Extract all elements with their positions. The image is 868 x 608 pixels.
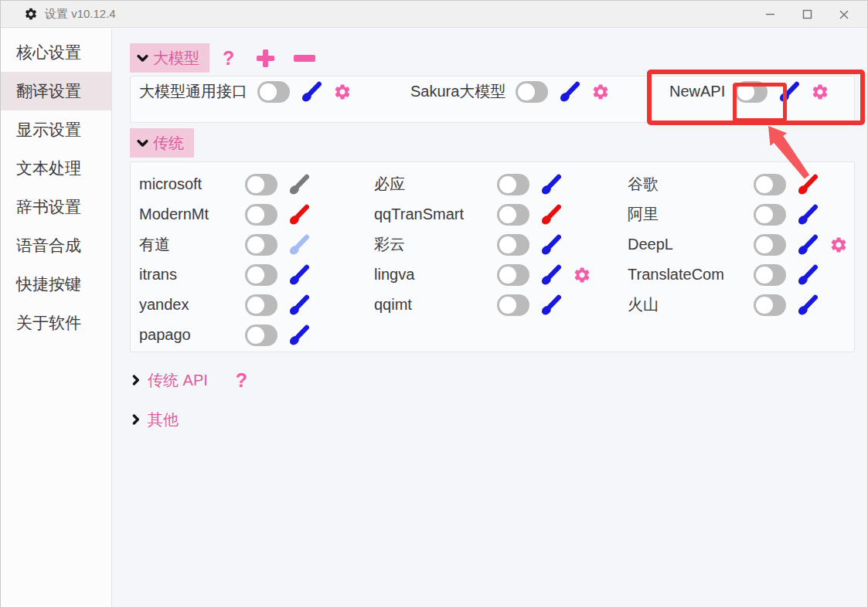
service-row: qqTranSmart [374, 199, 591, 229]
service-row: NewAPI [669, 76, 829, 107]
service-label: 彩云 [374, 234, 487, 255]
sidebar-item[interactable]: 辞书设置 [1, 188, 111, 226]
brush-icon[interactable] [540, 294, 563, 317]
service-toggle[interactable] [497, 174, 529, 195]
sidebar-item[interactable]: 关于软件 [1, 304, 111, 342]
maximize-button[interactable] [788, 1, 825, 28]
service-toggle[interactable] [497, 204, 529, 226]
sidebar-item-label: 快捷按键 [16, 273, 81, 295]
service-toggle[interactable] [516, 81, 548, 103]
other-section-header[interactable]: 其他 [130, 409, 867, 430]
window-title: 设置 v10.12.4 [45, 7, 116, 22]
close-button[interactable] [825, 1, 863, 28]
brush-icon[interactable] [540, 203, 563, 226]
maximize-icon [802, 9, 812, 19]
service-row: papago [139, 320, 311, 350]
llm-section-title: 大模型 [153, 48, 199, 69]
toggle-knob [499, 297, 516, 314]
plus-icon[interactable] [256, 49, 275, 68]
toggle-knob [247, 236, 264, 253]
service-row: DeepL [628, 229, 848, 260]
traditional-api-section-header[interactable]: 传统 API ? [130, 370, 867, 390]
service-toggle[interactable] [754, 174, 786, 195]
sidebar-item[interactable]: 显示设置 [1, 110, 111, 149]
service-label: itrans [139, 266, 235, 284]
settings-window: 设置 v10.12.4 核心设置 翻译设置 显示设置 文本处理 辞书设置 语音合… [0, 0, 868, 608]
sidebar-item[interactable]: 快捷按键 [1, 265, 111, 304]
brush-icon[interactable] [540, 263, 563, 287]
chevron-down-icon [136, 137, 149, 150]
toggle-knob [499, 176, 516, 193]
service-toggle[interactable] [754, 234, 786, 256]
traditional-services-panel: microsoft ModernMt 有道 itrans yandex papa… [130, 161, 855, 352]
service-label: ModernMt [139, 205, 235, 223]
traditional-section-header-row: 传统 [130, 128, 867, 158]
brush-icon[interactable] [796, 294, 819, 317]
brush-icon[interactable] [300, 80, 323, 104]
service-toggle[interactable] [257, 81, 290, 103]
brush-icon[interactable] [288, 294, 311, 317]
traditional-section-header[interactable]: 传统 [130, 128, 194, 158]
brush-icon[interactable] [796, 203, 819, 226]
service-label: yandex [139, 296, 235, 314]
brush-icon[interactable] [288, 324, 311, 347]
service-row: yandex [139, 290, 311, 320]
brush-icon[interactable] [288, 263, 311, 287]
service-row: 大模型通用接口 [139, 76, 352, 107]
minimize-icon [765, 9, 775, 19]
sidebar-item[interactable]: 文本处理 [1, 149, 111, 188]
service-toggle[interactable] [245, 174, 277, 195]
service-toggle[interactable] [497, 264, 529, 286]
gear-icon[interactable] [591, 83, 610, 101]
service-label: qqTranSmart [374, 205, 487, 223]
toggle-knob [247, 267, 264, 284]
other-section-title: 其他 [148, 409, 179, 430]
traditional-api-help-icon[interactable]: ? [236, 369, 247, 392]
brush-icon[interactable] [288, 173, 311, 196]
service-toggle[interactable] [497, 294, 529, 316]
sidebar-item-label: 显示设置 [16, 119, 81, 141]
brush-icon[interactable] [288, 203, 311, 226]
service-toggle[interactable] [245, 204, 277, 226]
service-label: TranslateCom [628, 266, 744, 284]
service-toggle[interactable] [754, 204, 786, 226]
brush-icon[interactable] [796, 173, 819, 196]
toggle-knob [756, 236, 773, 253]
gear-icon[interactable] [829, 236, 848, 254]
service-toggle[interactable] [245, 264, 277, 286]
gear-icon[interactable] [573, 266, 591, 284]
gear-icon[interactable] [333, 83, 352, 101]
brush-icon[interactable] [796, 263, 819, 287]
service-toggle[interactable] [245, 294, 277, 316]
service-label: 大模型通用接口 [139, 81, 247, 102]
llm-section-header[interactable]: 大模型 [130, 43, 209, 73]
minimize-button[interactable] [751, 1, 788, 28]
service-row: itrans [139, 260, 311, 290]
brush-icon[interactable] [796, 233, 819, 256]
minus-icon[interactable] [294, 55, 315, 62]
sidebar-item[interactable]: 语音合成 [1, 226, 111, 265]
brush-icon[interactable] [540, 233, 563, 256]
brush-icon[interactable] [558, 80, 581, 104]
service-toggle[interactable] [245, 234, 277, 256]
gear-icon [24, 7, 38, 21]
sidebar-item[interactable]: 核心设置 [1, 33, 111, 72]
service-toggle[interactable] [735, 81, 768, 103]
brush-icon[interactable] [288, 233, 311, 256]
toggle-knob [260, 83, 277, 100]
toggle-knob [499, 236, 516, 253]
service-toggle[interactable] [245, 324, 277, 346]
brush-icon[interactable] [778, 80, 801, 104]
brush-icon[interactable] [540, 173, 563, 196]
llm-help-icon[interactable]: ? [223, 47, 234, 70]
toggle-knob [756, 297, 773, 314]
sidebar-item[interactable]: 翻译设置 [1, 72, 111, 110]
service-row: 阿里 [628, 199, 848, 229]
toggle-knob [756, 206, 773, 223]
gear-icon[interactable] [811, 83, 829, 101]
service-toggle[interactable] [754, 264, 786, 286]
service-toggle[interactable] [754, 294, 786, 316]
service-label: papago [139, 326, 235, 344]
service-toggle[interactable] [497, 234, 529, 256]
service-row: 谷歌 [628, 169, 848, 199]
